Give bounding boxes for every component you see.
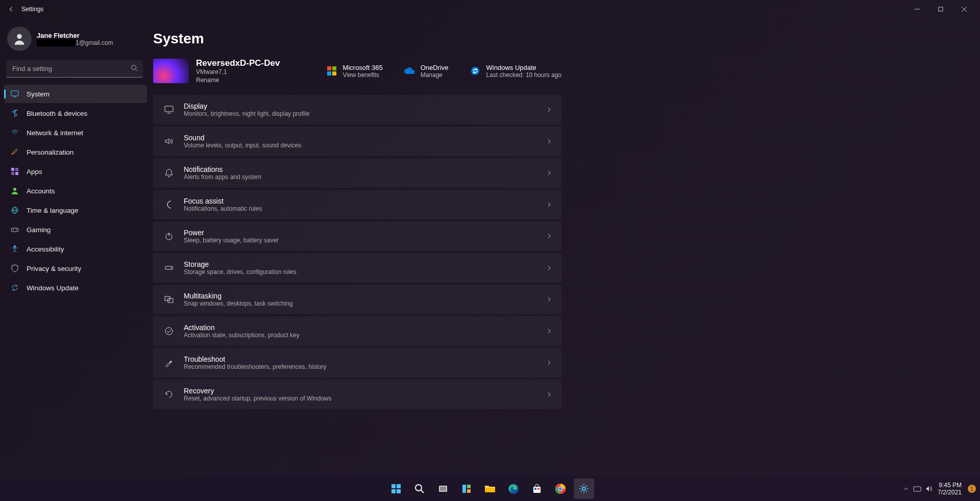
chevron-right-icon bbox=[546, 296, 552, 303]
row-focus[interactable]: Focus assistNotifications, automatic rul… bbox=[153, 190, 561, 219]
ms365-icon bbox=[326, 65, 338, 77]
user-email: xxxxxxxxxxxx1@gmail.com bbox=[37, 39, 113, 46]
row-multitasking[interactable]: MultitaskingSnap windows, desktops, task… bbox=[153, 285, 561, 314]
sidebar-item-label: Accessibility bbox=[27, 245, 64, 253]
row-display[interactable]: DisplayMonitors, brightness, night light… bbox=[153, 95, 561, 124]
sidebar-item-personalization[interactable]: Personalization bbox=[4, 143, 147, 161]
notification-badge[interactable]: 1 bbox=[968, 485, 976, 493]
quick-title: Windows Update bbox=[486, 64, 561, 71]
quick-update[interactable]: Windows Update Last checked: 10 hours ag… bbox=[469, 64, 561, 79]
widgets-button[interactable] bbox=[456, 479, 477, 499]
onedrive-icon bbox=[403, 65, 415, 77]
svg-rect-7 bbox=[11, 91, 18, 96]
profile-block[interactable]: Jane Fletcher xxxxxxxxxxxx1@gmail.com bbox=[2, 22, 147, 55]
row-sub: Reset, advanced startup, previous versio… bbox=[184, 395, 546, 402]
svg-point-40 bbox=[415, 485, 422, 491]
sound-icon bbox=[162, 136, 176, 146]
time-text: 9:45 PM bbox=[938, 482, 962, 489]
svg-rect-24 bbox=[327, 71, 331, 76]
row-sub: Sleep, battery usage, battery saver bbox=[184, 237, 546, 244]
update-icon bbox=[10, 283, 19, 292]
row-sub: Snap windows, desktops, task switching bbox=[184, 300, 546, 307]
row-title: Activation bbox=[184, 323, 546, 332]
svg-point-26 bbox=[471, 67, 479, 75]
row-activation[interactable]: ActivationActivation state, subscription… bbox=[153, 316, 561, 346]
back-button[interactable] bbox=[4, 2, 18, 16]
close-button[interactable] bbox=[952, 1, 976, 17]
svg-rect-39 bbox=[397, 489, 401, 493]
rename-link[interactable]: Rename bbox=[196, 77, 280, 84]
svg-rect-22 bbox=[327, 66, 331, 70]
maximize-button[interactable] bbox=[929, 1, 952, 17]
chrome-button[interactable] bbox=[550, 479, 571, 499]
shield-icon bbox=[10, 264, 19, 273]
sidebar-item-bluetooth[interactable]: Bluetooth & devices bbox=[4, 104, 147, 122]
svg-rect-11 bbox=[11, 172, 14, 175]
settings-button[interactable] bbox=[574, 479, 594, 499]
quick-title: OneDrive bbox=[421, 64, 449, 71]
sidebar-item-accessibility[interactable]: Accessibility bbox=[4, 240, 147, 258]
display-icon bbox=[162, 105, 176, 115]
store-button[interactable] bbox=[527, 479, 547, 499]
main-content: System ReversedxD-PC-Dev VMware7,1 Renam… bbox=[153, 18, 980, 477]
taskview-button[interactable] bbox=[433, 479, 453, 499]
window-title: Settings bbox=[21, 6, 43, 13]
sidebar-item-apps[interactable]: Apps bbox=[4, 162, 147, 181]
sidebar-item-label: Privacy & security bbox=[27, 265, 81, 272]
sidebar-item-accounts[interactable]: Accounts bbox=[4, 182, 147, 200]
svg-rect-44 bbox=[462, 485, 466, 493]
sidebar-item-time[interactable]: Time & language bbox=[4, 201, 147, 219]
quick-title: Microsoft 365 bbox=[343, 64, 383, 71]
redacted-text: xxxxxxxxxxxx bbox=[37, 39, 76, 46]
svg-rect-37 bbox=[397, 484, 401, 488]
quick-ms365[interactable]: Microsoft 365 View benefits bbox=[326, 64, 383, 79]
explorer-button[interactable] bbox=[480, 479, 500, 499]
row-power[interactable]: PowerSleep, battery usage, battery saver bbox=[153, 221, 561, 251]
svg-rect-17 bbox=[11, 228, 18, 232]
row-title: Focus assist bbox=[184, 197, 546, 205]
svg-rect-9 bbox=[11, 168, 14, 171]
row-notifications[interactable]: NotificationsAlerts from apps and system bbox=[153, 158, 561, 188]
tray-chevron-icon[interactable] bbox=[903, 486, 909, 492]
wifi-icon bbox=[10, 128, 19, 137]
search-input[interactable] bbox=[6, 60, 143, 78]
row-troubleshoot[interactable]: TroubleshootRecommended troubleshooters,… bbox=[153, 348, 561, 378]
tray-volume-icon[interactable] bbox=[925, 485, 934, 492]
quick-onedrive[interactable]: OneDrive Manage bbox=[403, 64, 449, 79]
sidebar-item-update[interactable]: Windows Update bbox=[4, 279, 147, 297]
chevron-right-icon bbox=[546, 170, 552, 176]
chevron-right-icon bbox=[546, 138, 552, 144]
sidebar-item-label: Time & language bbox=[27, 207, 79, 214]
power-icon bbox=[162, 231, 176, 241]
sidebar-item-network[interactable]: Network & internet bbox=[4, 123, 147, 142]
minimize-button[interactable] bbox=[905, 1, 929, 17]
chevron-right-icon bbox=[546, 265, 552, 271]
row-sound[interactable]: SoundVolume levels, output, input, sound… bbox=[153, 127, 561, 156]
tray-network-icon[interactable] bbox=[913, 485, 921, 492]
search-button[interactable] bbox=[409, 479, 430, 499]
multitask-icon bbox=[162, 294, 176, 305]
start-button[interactable] bbox=[386, 479, 406, 499]
row-sub: Storage space, drives, configuration rul… bbox=[184, 268, 546, 275]
svg-rect-38 bbox=[391, 489, 396, 493]
row-recovery[interactable]: RecoveryReset, advanced startup, previou… bbox=[153, 380, 561, 409]
sidebar-item-gaming[interactable]: Gaming bbox=[4, 220, 147, 239]
game-icon bbox=[10, 225, 19, 234]
chevron-right-icon bbox=[546, 233, 552, 239]
search-box bbox=[6, 60, 143, 78]
sidebar-item-label: Windows Update bbox=[27, 284, 79, 292]
check-icon bbox=[162, 326, 176, 336]
row-title: Storage bbox=[184, 260, 546, 268]
clock[interactable]: 9:45 PM 7/2/2021 bbox=[938, 482, 964, 496]
sidebar-item-system[interactable]: System bbox=[4, 85, 147, 103]
edge-button[interactable] bbox=[503, 479, 524, 499]
svg-rect-1 bbox=[939, 7, 943, 11]
svg-point-21 bbox=[14, 245, 16, 247]
svg-rect-43 bbox=[440, 487, 446, 491]
svg-rect-36 bbox=[391, 484, 396, 488]
row-storage[interactable]: StorageStorage space, drives, configurat… bbox=[153, 253, 561, 283]
titlebar: Settings bbox=[0, 0, 980, 18]
svg-point-18 bbox=[16, 229, 17, 230]
system-icon bbox=[10, 89, 19, 98]
sidebar-item-privacy[interactable]: Privacy & security bbox=[4, 259, 147, 278]
